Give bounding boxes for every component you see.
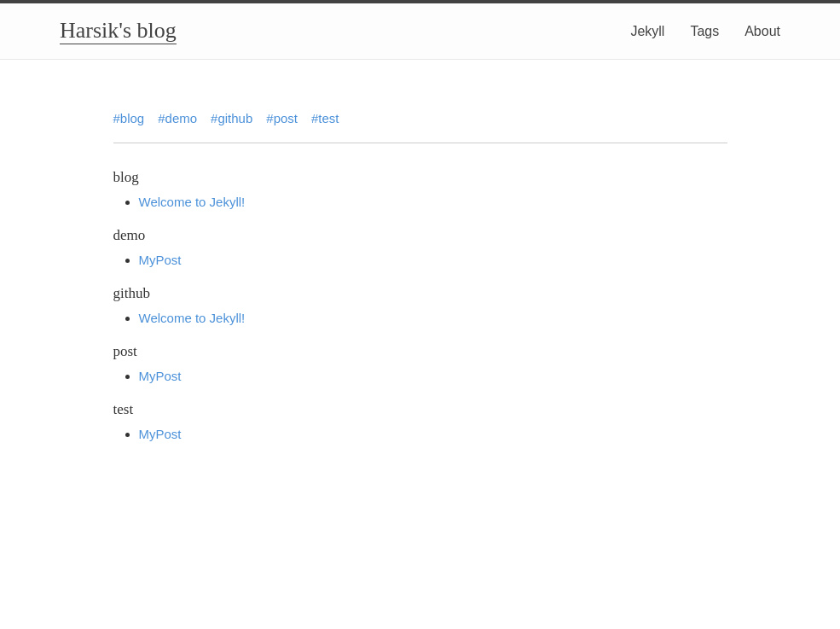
tag-heading: github: [113, 285, 727, 302]
post-list: MyPost: [113, 369, 727, 384]
post-list: MyPost: [113, 427, 727, 442]
nav-link-jekyll[interactable]: Jekyll: [630, 24, 664, 39]
tag-section: testMyPost: [113, 401, 727, 442]
tag-heading: demo: [113, 227, 727, 244]
nav-link-tags[interactable]: Tags: [690, 24, 719, 39]
post-link[interactable]: Welcome to Jekyll!: [139, 195, 246, 209]
site-header: Harsik's blog Jekyll Tags About: [0, 0, 840, 60]
tag-heading: blog: [113, 169, 727, 186]
tag-heading: post: [113, 343, 727, 360]
main-content: #blog#demo#github#post#test blogWelcome …: [54, 60, 787, 493]
tag-filter-link[interactable]: #blog: [113, 111, 145, 125]
tag-heading: test: [113, 401, 727, 418]
tag-section: githubWelcome to Jekyll!: [113, 285, 727, 326]
tag-filter-link[interactable]: #test: [311, 111, 339, 125]
nav-link-about[interactable]: About: [744, 24, 780, 39]
post-link[interactable]: MyPost: [139, 253, 182, 267]
tag-sections-container: blogWelcome to Jekyll!demoMyPostgithubWe…: [113, 169, 727, 442]
divider: [113, 143, 727, 143]
list-item: MyPost: [139, 427, 727, 442]
post-link[interactable]: Welcome to Jekyll!: [139, 311, 246, 325]
post-link[interactable]: MyPost: [139, 427, 182, 441]
site-title[interactable]: Harsik's blog: [60, 18, 177, 44]
tag-filter-row: #blog#demo#github#post#test: [113, 111, 727, 125]
tag-section: demoMyPost: [113, 227, 727, 268]
post-link[interactable]: MyPost: [139, 369, 182, 383]
list-item: MyPost: [139, 253, 727, 268]
tag-section: postMyPost: [113, 343, 727, 384]
main-nav: Jekyll Tags About: [630, 24, 780, 39]
post-list: MyPost: [113, 253, 727, 268]
post-list: Welcome to Jekyll!: [113, 195, 727, 210]
tag-section: blogWelcome to Jekyll!: [113, 169, 727, 210]
post-list: Welcome to Jekyll!: [113, 311, 727, 326]
tag-filter-link[interactable]: #demo: [158, 111, 197, 125]
tag-filter-link[interactable]: #github: [211, 111, 252, 125]
list-item: Welcome to Jekyll!: [139, 311, 727, 326]
list-item: MyPost: [139, 369, 727, 384]
list-item: Welcome to Jekyll!: [139, 195, 727, 210]
tag-filter-link[interactable]: #post: [266, 111, 298, 125]
